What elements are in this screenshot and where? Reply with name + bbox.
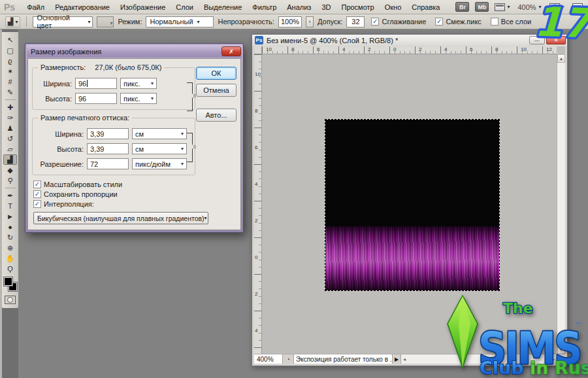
ok-button[interactable]: ОК [196, 67, 237, 80]
width-input[interactable]: 96 [75, 78, 117, 89]
height-input[interactable]: 96 [75, 93, 117, 104]
checkbox-label: Смеж.пикс [446, 18, 481, 26]
launch-minibridge-button[interactable]: Mb [475, 2, 489, 12]
chevron-down-icon: ▾ [151, 95, 154, 101]
menu-edit[interactable]: Редактирование [50, 3, 115, 11]
ruler-label: 2 [255, 218, 257, 224]
scroll-left-arrow[interactable]: ◂ [401, 356, 408, 362]
3d-orbit-tool[interactable]: ⊕ [3, 243, 17, 253]
mode-label: Режим: [118, 18, 142, 26]
chevron-down-icon: ▾ [204, 215, 207, 221]
menu-image[interactable]: Изображение [115, 3, 171, 11]
logo-the-text: The [503, 300, 533, 317]
canvas-image[interactable] [325, 120, 499, 290]
status-expand-button[interactable]: ▶ [393, 354, 401, 364]
checkbox-antialias[interactable]: ✓Сглаживание [371, 18, 426, 26]
height-unit-dropdown[interactable]: пикс. ▾ [120, 93, 157, 104]
chevron-down-icon: ▾ [181, 161, 184, 167]
color-swatches[interactable] [3, 277, 18, 292]
image-size-dialog: Размер изображения ✗ Размерность: 27,0К … [25, 43, 244, 233]
logo-club-text: Club [480, 358, 524, 378]
zoom-tool[interactable]: Ϙ [3, 264, 17, 274]
document-title-bar[interactable]: Ps Без имени-5 @ 400% (Слой 1, RGB/8) * … [252, 35, 567, 46]
interpolation-dropdown[interactable]: Бикубическая (наилучшая для плавных град… [33, 212, 208, 224]
opacity-slider-button[interactable]: › [306, 16, 314, 27]
height-value: 96 [78, 95, 86, 103]
fill-source-dropdown[interactable]: Основной цвет ▾ [33, 16, 93, 27]
healing-brush-tool[interactable]: ✚ [3, 102, 17, 112]
menu-layers[interactable]: Слои [171, 3, 199, 11]
pen-tool[interactable]: ✒ [3, 190, 17, 201]
scroll-up-arrow[interactable]: ▲ [557, 54, 565, 63]
options-bar: ▟ ▾ Основной цвет ▾ ▾ Режим: Нормальный … [0, 14, 588, 29]
cancel-button[interactable]: Отмена [196, 84, 237, 97]
ruler-label: 0 [255, 254, 257, 260]
crop-tool[interactable]: # [3, 77, 17, 87]
checkbox-constrain-proportions[interactable]: ✓Сохранить пропорции [33, 190, 238, 198]
ruler-corner[interactable] [254, 46, 262, 54]
lasso-tool[interactable]: ϱ [3, 56, 17, 66]
status-zoom-field[interactable]: 400% [254, 354, 283, 364]
type-tool[interactable]: T [3, 201, 17, 211]
mode-dropdown[interactable]: Нормальный ▾ [146, 16, 214, 27]
chevron-down-icon: ▾ [15, 19, 18, 25]
menu-select[interactable]: Выделение [199, 3, 247, 11]
ruler-label: 10 [266, 46, 272, 52]
resolution-unit-dropdown[interactable]: пикс/дюйм ▾ [132, 158, 187, 169]
vertical-ruler[interactable]: 10864202468 [254, 54, 262, 354]
menu-window[interactable]: Окно [380, 3, 407, 11]
eraser-tool[interactable]: ▱ [3, 144, 17, 154]
status-clock-icon: ◔ [283, 354, 293, 364]
menu-analysis[interactable]: Анализ [282, 3, 316, 11]
shape-tool[interactable]: ● [3, 222, 17, 232]
resolution-input[interactable]: 72 [87, 158, 129, 169]
auto-button[interactable]: Авто... [196, 109, 237, 122]
print-width-input[interactable]: 3,39 [87, 128, 129, 139]
history-brush-tool[interactable]: ↺ [3, 133, 17, 144]
menu-help[interactable]: Справка [406, 3, 445, 11]
checkbox-scale-styles[interactable]: ✓Масштабировать стили [33, 180, 238, 188]
chevron-down-icon: ▾ [197, 19, 200, 25]
rectangular-marquee-tool[interactable]: ▢ [3, 45, 17, 56]
foreground-color-swatch[interactable] [4, 277, 12, 286]
dialog-close-button[interactable]: ✗ [221, 46, 241, 56]
clone-stamp-tool[interactable]: ♟ [3, 123, 17, 133]
paint-bucket-tool[interactable]: ▟ [3, 154, 17, 165]
checkbox-resample[interactable]: ✓Интерполяция: [33, 200, 238, 208]
blur-tool[interactable]: ◆ [3, 165, 17, 175]
tolerance-field[interactable]: 32 [346, 16, 365, 27]
print-width-unit-dropdown[interactable]: см ▾ [132, 128, 187, 139]
launch-bridge-button[interactable]: Br [455, 2, 469, 12]
print-height-unit-dropdown[interactable]: см ▾ [132, 143, 187, 154]
dialog-body: Размерность: 27,0К (было 675,0К) Ширина:… [27, 58, 241, 230]
opacity-field[interactable]: 100% [278, 16, 302, 27]
checkbox-box: ✓ [33, 190, 41, 198]
ruler-label: 8 [495, 46, 498, 52]
checkbox-contiguous[interactable]: ✓Смеж.пикс [435, 18, 481, 26]
horizontal-ruler[interactable]: 108642024681012 [262, 46, 557, 54]
dialog-title-bar[interactable]: Размер изображения ✗ [27, 45, 242, 58]
dodge-tool[interactable]: ⚲ [3, 175, 17, 186]
plumbob-icon [448, 296, 478, 368]
checkbox-all-layers[interactable]: Все слои [491, 18, 531, 26]
status-message: Экспозиция работает только в ... [293, 354, 393, 364]
tool-preset-button[interactable]: ▟ ▾ [5, 16, 20, 27]
pattern-picker[interactable]: ▾ [97, 16, 114, 27]
print-height-input[interactable]: 3,39 [87, 143, 129, 154]
menu-filter[interactable]: Фильтр [247, 3, 282, 11]
move-tool[interactable]: ↖ [3, 35, 17, 45]
eyedropper-tool[interactable]: ✎ [3, 87, 17, 97]
menu-view[interactable]: Просмотр [336, 3, 379, 11]
resolution-value: 72 [90, 160, 98, 168]
view-extras-button[interactable]: ▾ [495, 3, 510, 11]
menu-file[interactable]: Файл [22, 3, 50, 11]
ruler-label: 6 [255, 145, 257, 150]
menu-3d[interactable]: 3D [316, 3, 336, 11]
brush-tool[interactable]: ✑ [3, 112, 17, 123]
quick-mask-button[interactable] [5, 296, 16, 304]
path-selection-tool[interactable]: ► [3, 211, 17, 222]
3d-rotate-tool[interactable]: ↻ [3, 232, 17, 243]
width-unit-dropdown[interactable]: пикс. ▾ [120, 78, 157, 89]
hand-tool[interactable]: ✋ [3, 253, 17, 264]
magic-wand-tool[interactable]: ✶ [3, 66, 17, 77]
